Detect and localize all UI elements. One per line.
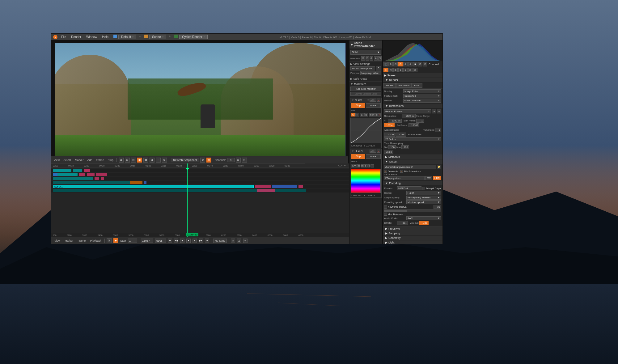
end-frame-input[interactable]: 15067 [141, 239, 153, 243]
encoding-speed-dropdown[interactable]: Medium speed▼ [406, 200, 441, 204]
sync-mode[interactable]: No Sync [213, 239, 227, 243]
render-icon-13[interactable]: ⊛ [398, 68, 403, 72]
render-icon-11[interactable]: ◫ [388, 68, 393, 72]
render-icon-15[interactable]: ⊡ [408, 68, 413, 72]
aspect-y-input[interactable]: 1.000 [396, 133, 406, 137]
playback-icon-2[interactable]: ◫ [237, 239, 241, 243]
mode-dropdown[interactable]: Solid ▼ [350, 50, 381, 55]
time-remap-old[interactable]: 100 [388, 145, 396, 149]
hue-icon-5[interactable]: ✕ [371, 164, 374, 167]
resolution-percent[interactable]: 100% [384, 123, 395, 127]
curve-editor[interactable] [350, 118, 381, 143]
seq-marker-btn[interactable]: Marker [63, 239, 74, 243]
aspect-x-input[interactable]: 1.000 [384, 133, 395, 137]
toolbar-icon-5[interactable]: ▦ [143, 158, 148, 163]
end-frame-field[interactable]: 15067 [408, 123, 419, 127]
render-presets-add[interactable]: + [432, 109, 436, 113]
hue-icon-3[interactable]: ⊛ [364, 164, 367, 167]
render-icon-5[interactable]: ⊛ [403, 62, 408, 66]
seq-playback-btn[interactable]: Playback [89, 239, 103, 243]
render-icon-12[interactable]: ⊞ [393, 68, 398, 72]
render-icon-3[interactable]: ◫ [393, 62, 398, 66]
playback-icon-1[interactable]: ⊡ [231, 239, 235, 243]
prev-keyframe-btn[interactable]: ⏮ [168, 239, 172, 243]
curve-mask-btn[interactable]: Mask [366, 103, 381, 108]
cycles-tab[interactable]: Cycles Render× [179, 35, 208, 39]
curve-channel-c[interactable]: C [351, 113, 355, 116]
proxy-dropdown[interactable]: No proxy, full re [360, 71, 381, 75]
channel-input[interactable]: 0 [227, 158, 235, 162]
render-tab[interactable]: Render [383, 83, 396, 88]
presets-container-dropdown[interactable]: MPEG-4 [397, 186, 421, 190]
copy-to-selected-btn[interactable]: Copy to Selected Strips [350, 92, 381, 96]
menu-window[interactable]: Window [84, 35, 99, 39]
menu-render[interactable]: Render [69, 35, 83, 39]
anim-icon-2[interactable]: ▶ [113, 238, 118, 243]
marker-menu[interactable]: Marker [74, 158, 85, 162]
res-x-input[interactable]: 1920 px [402, 114, 416, 118]
seq-view-btn[interactable]: View [53, 239, 61, 243]
render-icon-8[interactable]: ⊡ [418, 62, 422, 66]
next-keyframe-btn[interactable]: ⏭ [205, 239, 209, 243]
file-ext-checkbox[interactable]: ✓ [400, 170, 403, 173]
mod-icon-3[interactable]: ⊞ [370, 56, 373, 61]
keyframe-slider[interactable] [384, 210, 441, 212]
hue-icon-2[interactable]: ◫ [361, 164, 364, 167]
hue-settings-icon[interactable]: ⚙ [370, 150, 373, 153]
output-browse-btn[interactable]: 📁 [437, 165, 441, 169]
hue-icon-4[interactable]: ⊜ [367, 164, 370, 167]
hue-x-icon[interactable]: ✕ [377, 150, 380, 153]
mod-icon-4[interactable]: ⊛ [374, 56, 378, 61]
hue-strip-btn[interactable]: Strip [351, 154, 365, 159]
hue-icon-sv[interactable]: S V [351, 164, 357, 167]
animation-tab[interactable]: Animation [396, 83, 412, 88]
output-quality-dropdown[interactable]: Perceptually lossless▼ [406, 196, 441, 200]
show-overexposed-value[interactable]: 0 [376, 66, 381, 70]
hdr-btn[interactable]: HDR [433, 176, 441, 180]
seq-frame-btn[interactable]: Frame [76, 239, 87, 243]
freestyle-section[interactable]: ▶Freestyle [383, 226, 442, 231]
device-dropdown[interactable]: GPU Compute▼ [403, 99, 441, 103]
playback-icon-3[interactable]: ⊛ [243, 239, 248, 243]
audio-tab[interactable]: Audio [412, 83, 422, 88]
curve-up-icon[interactable]: ↑ [373, 99, 376, 102]
play-btn[interactable]: ▶ [193, 239, 197, 243]
stop-btn[interactable]: ■ [186, 239, 191, 243]
bw-btn[interactable]: BW [425, 176, 432, 180]
render-presets-remove[interactable]: − [437, 109, 441, 113]
render-icon-16[interactable]: ◫ [413, 68, 417, 72]
default-tab[interactable]: Default× [118, 35, 136, 39]
select-menu[interactable]: Select [62, 158, 72, 162]
hue-up-icon[interactable]: ↑ [373, 150, 376, 153]
geometry-section[interactable]: ▶Geometry [383, 236, 442, 240]
output-path[interactable]: /home/silvargo/rendered/ [384, 165, 436, 169]
toolbar-icon-6[interactable]: ⊟ [150, 158, 154, 163]
render-icon-6[interactable]: ⊜ [408, 62, 413, 66]
display-dropdown[interactable]: Image Editor▼ [403, 89, 441, 93]
show-overexposed-btn[interactable]: Show Overexposed [350, 66, 375, 70]
hue-icon-1[interactable]: ⊡ [357, 164, 360, 167]
toolbar-icon-3[interactable]: ◫ [131, 158, 136, 163]
res-y-input[interactable]: 1080 px [388, 119, 402, 123]
autosplit-checkbox[interactable] [422, 187, 425, 190]
feature-set-dropdown[interactable]: Supported▼ [403, 94, 441, 98]
curve-x-icon[interactable]: ✕ [377, 99, 380, 102]
add-workspace-btn[interactable]: + [138, 35, 142, 39]
render-icon-4[interactable]: ⊡ [398, 62, 403, 66]
time-remap-new[interactable]: 100 [401, 145, 409, 149]
keyframe-interval-value[interactable]: 30 [434, 205, 441, 209]
menu-help[interactable]: Help [100, 35, 111, 39]
render-presets-dropdown[interactable]: Render Presets▼ [384, 109, 431, 113]
mod-icon-5[interactable]: ◫ [378, 56, 382, 61]
current-frame-input[interactable]: 5305 [155, 239, 166, 243]
render-icon-2[interactable]: ⊞ [388, 62, 393, 66]
curve-icon-3[interactable]: ⊛ [375, 113, 378, 116]
add-strip-modifier-btn[interactable]: Add Strip Modifier [350, 87, 381, 91]
next-frame-btn[interactable]: ▶▶ [199, 239, 203, 243]
start-frame-input[interactable]: 1 [128, 239, 137, 243]
refresh-sequencer-btn[interactable]: Refresh Sequencer [171, 158, 199, 162]
render-icon-7[interactable]: ▣ [413, 62, 417, 66]
sampling-section[interactable]: ▶Sampling [383, 231, 442, 236]
overwrite-checkbox[interactable]: ✓ [384, 170, 387, 173]
curve-x-btn[interactable]: ✕ [378, 113, 381, 116]
